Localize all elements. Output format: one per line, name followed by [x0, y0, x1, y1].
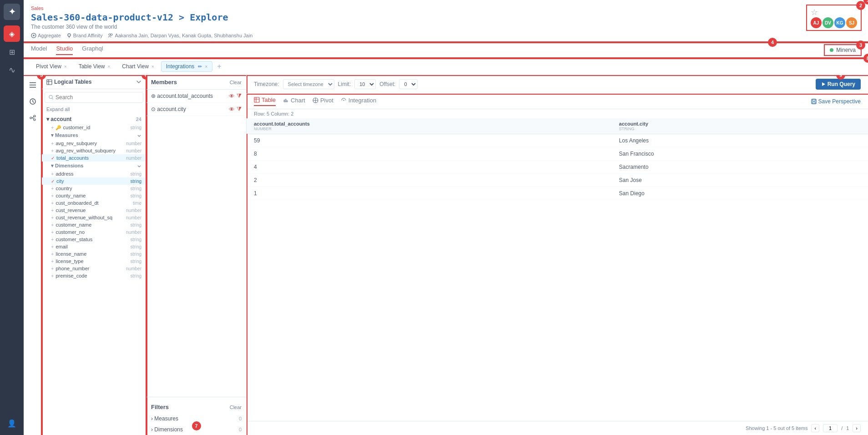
result-tab-pivot[interactable]: Pivot: [313, 97, 333, 106]
table-icon: [46, 79, 52, 85]
measures-subsection[interactable]: ▾ Measures: [42, 131, 146, 140]
svg-point-2: [109, 34, 111, 35]
tree-item-phone-number[interactable]: +phone_number number: [42, 265, 146, 272]
tree-item-license-name[interactable]: +license_name string: [42, 250, 146, 258]
tree-item-customer-status[interactable]: +customer_status string: [42, 236, 146, 243]
toolbar-right: Run Query: [816, 79, 861, 90]
pivot-view-close[interactable]: ×: [64, 64, 67, 69]
col-header-total-accounts: account.total_accounts NUMBER: [247, 118, 612, 134]
run-query-button[interactable]: Run Query: [816, 79, 861, 90]
member-icons: 👁 ⧩: [229, 92, 242, 100]
cell-city: San Jose: [612, 174, 868, 187]
integrations-label: Integrations: [166, 63, 195, 70]
filter-dimensions-count: 0: [239, 427, 242, 432]
account-header[interactable]: ▾ account 24: [42, 115, 146, 124]
eye-icon-city[interactable]: 👁: [229, 106, 235, 113]
save-perspective-button[interactable]: Save Perspective: [811, 98, 861, 105]
star-button[interactable]: ☆: [811, 7, 818, 17]
chevron-down-icon[interactable]: [136, 79, 141, 85]
tree-item-email[interactable]: +email string: [42, 243, 146, 250]
members-clear-button[interactable]: Clear: [230, 80, 242, 85]
tab-integrations[interactable]: Integrations ✏ ×: [161, 61, 213, 72]
measures-label: ▾ Measures: [51, 132, 78, 138]
dimensions-subsection[interactable]: ▾ Dimensions: [42, 162, 146, 170]
avatar-4: SJ: [846, 17, 857, 28]
table-view-close[interactable]: ×: [107, 64, 110, 69]
tab-studio[interactable]: Studio: [56, 45, 73, 55]
table-row: 4 Sacramento: [247, 161, 868, 174]
logo-icon: ✦: [9, 7, 15, 17]
account-section: ▾ account 24 + 🔑 customer_id string: [42, 115, 146, 279]
tree-item-customer-id[interactable]: + 🔑 customer_id string: [42, 124, 146, 131]
annotation-4: 4: [768, 38, 777, 47]
tree-item-avg-rev-without[interactable]: +avg_rev_without_subquery number: [42, 147, 146, 154]
tree-item-customer-no[interactable]: +customer_no number: [42, 228, 146, 236]
search-input[interactable]: [56, 94, 139, 101]
brand-badge: Brand Affinity: [66, 33, 103, 38]
side-icon-menu[interactable]: [26, 79, 39, 91]
svg-point-10: [34, 119, 35, 121]
city-label: city: [56, 178, 64, 184]
tree-item-license-type[interactable]: +license_type string: [42, 258, 146, 265]
minerva-badge[interactable]: Minerva: [825, 45, 861, 55]
filter-icon[interactable]: ⧩: [237, 92, 242, 100]
tree-item-county-name[interactable]: +county_name string: [42, 192, 146, 199]
save-icon: [811, 99, 817, 104]
filter-icon-city[interactable]: ⧩: [237, 106, 242, 113]
play-icon: [821, 82, 826, 86]
tree-item-city[interactable]: ✓ city string: [42, 177, 146, 185]
table-tab-label: Table: [262, 96, 276, 103]
nav-icon-explore[interactable]: ◈: [4, 25, 20, 42]
col-type-city: STRING: [619, 126, 861, 131]
tab-model[interactable]: Model: [31, 45, 47, 55]
tree-item-cust-revenue-wo[interactable]: +cust_revenue_without_sq number: [42, 214, 146, 221]
members-spacer: [146, 116, 246, 393]
table-result-icon: [254, 97, 260, 103]
account-count: 24: [136, 116, 141, 122]
avatar-2: DV: [823, 17, 833, 28]
result-tab-integration[interactable]: Integration: [341, 97, 376, 106]
tab-pivot-view[interactable]: Pivot View ×: [31, 61, 72, 72]
next-page-button[interactable]: ›: [853, 424, 861, 432]
expand-all-button[interactable]: Expand all: [42, 106, 146, 113]
tree-item-total-accounts[interactable]: ✓ total_accounts number: [42, 154, 146, 162]
side-icon-history[interactable]: [26, 95, 39, 108]
result-tab-chart[interactable]: Chart: [283, 97, 305, 106]
data-table: account.total_accounts NUMBER account.ci…: [247, 118, 868, 200]
history-icon: [30, 98, 36, 105]
members-filters-panel: 7 Members Clear ⊛ account.total_accounts…: [146, 75, 247, 435]
nav-icon-dashboard[interactable]: ⊞: [4, 44, 20, 60]
member-city-name: ⊙ account.city: [151, 106, 186, 112]
tab-graphql[interactable]: Graphql: [82, 45, 103, 55]
limit-select[interactable]: 10 25 50: [354, 79, 376, 89]
side-icon-schema[interactable]: [26, 111, 39, 124]
tree-item-customer-name[interactable]: +customer_name string: [42, 221, 146, 228]
tree-item-premise-code[interactable]: +premise_code string: [42, 272, 146, 279]
integrations-close[interactable]: ×: [205, 64, 207, 69]
tree-item-cust-revenue[interactable]: +cust_revenue number: [42, 207, 146, 214]
add-tab-button[interactable]: +: [214, 61, 224, 71]
nav-icon-user[interactable]: 👤: [4, 415, 20, 431]
page-subtitle: The customer 360 view of the world: [31, 24, 252, 30]
member-total-accounts[interactable]: ⊛ account.total_accounts 👁 ⧩: [146, 90, 246, 103]
result-tab-table[interactable]: Table: [254, 96, 276, 106]
side-panel-icons: 5: [24, 75, 42, 435]
nav-icon-analytics[interactable]: ∿: [4, 62, 20, 78]
integrations-edit-icon[interactable]: ✏: [198, 64, 202, 70]
filters-clear-button[interactable]: Clear: [230, 405, 242, 410]
tree-item-avg-rev-subquery[interactable]: +avg_rev_subquery number: [42, 140, 146, 147]
tree-item-cust-onboarded[interactable]: +cust_onboarded_dt time: [42, 199, 146, 207]
tree-item-address[interactable]: +address string: [42, 170, 146, 177]
tree-item-country[interactable]: +country string: [42, 185, 146, 192]
member-city[interactable]: ⊙ account.city 👁 ⧩: [146, 103, 246, 116]
menu-icon: [30, 82, 36, 88]
chart-view-close[interactable]: ×: [151, 64, 154, 69]
tab-table-view[interactable]: Table View ×: [74, 61, 116, 72]
timezone-select[interactable]: Select timezone: [283, 79, 334, 89]
current-page-input[interactable]: [823, 424, 838, 432]
offset-select[interactable]: 0: [399, 79, 418, 89]
prev-page-button[interactable]: ‹: [811, 424, 819, 432]
tab-chart-view[interactable]: Chart View ×: [117, 61, 159, 72]
eye-icon[interactable]: 👁: [229, 93, 235, 100]
app-logo[interactable]: ✦: [4, 4, 20, 20]
